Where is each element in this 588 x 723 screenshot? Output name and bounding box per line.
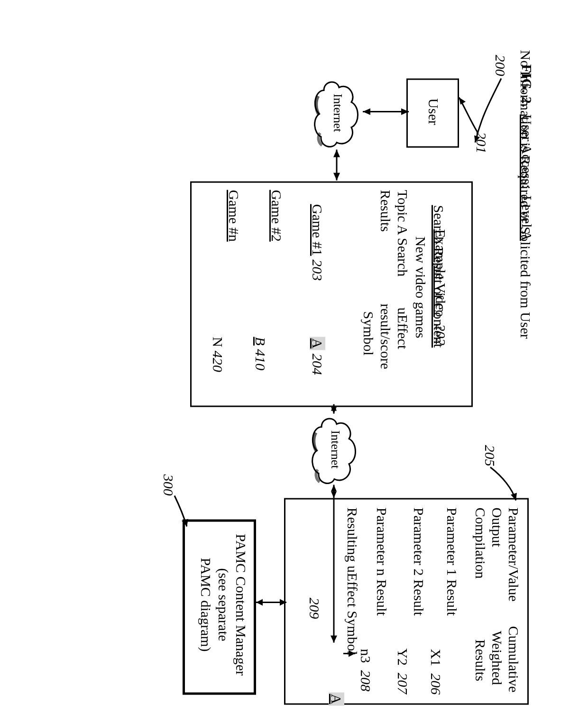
- leader-300: [0, 0, 588, 723]
